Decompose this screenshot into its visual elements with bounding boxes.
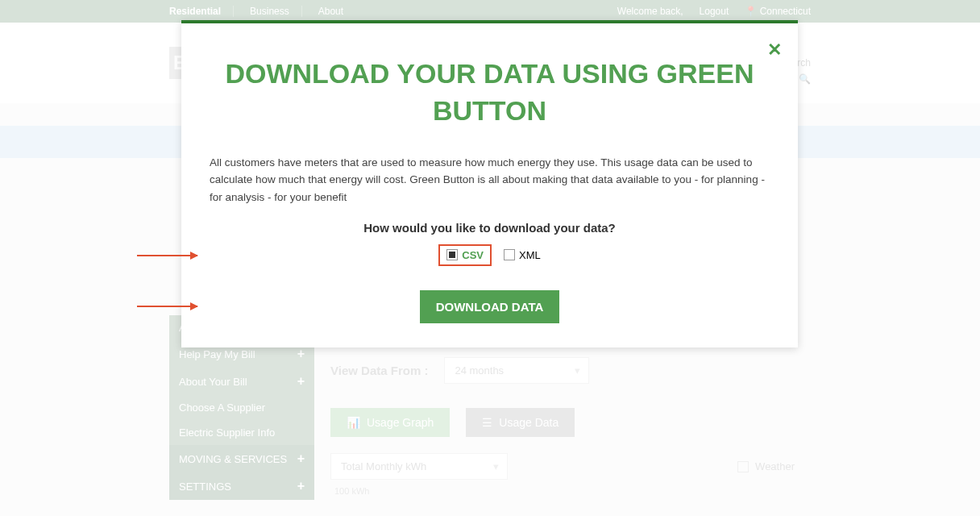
close-button[interactable]: ✕: [767, 40, 782, 60]
annotation-arrow: [137, 306, 197, 307]
annotation-arrow: [137, 255, 197, 256]
download-button[interactable]: DOWNLOAD DATA: [420, 290, 560, 323]
modal-question: How would you like to download your data…: [210, 221, 770, 235]
modal-title: DOWNLOAD YOUR DATA USING GREEN BUTTON: [210, 56, 770, 130]
radio-button-csv[interactable]: [446, 249, 458, 260]
radio-button-xml[interactable]: [504, 249, 515, 260]
modal-description: All customers have meters that are used …: [210, 154, 770, 206]
download-modal: ✕ DOWNLOAD YOUR DATA USING GREEN BUTTON …: [181, 20, 798, 347]
radio-csv[interactable]: CSV: [438, 244, 492, 266]
radio-xml[interactable]: XML: [504, 249, 541, 261]
